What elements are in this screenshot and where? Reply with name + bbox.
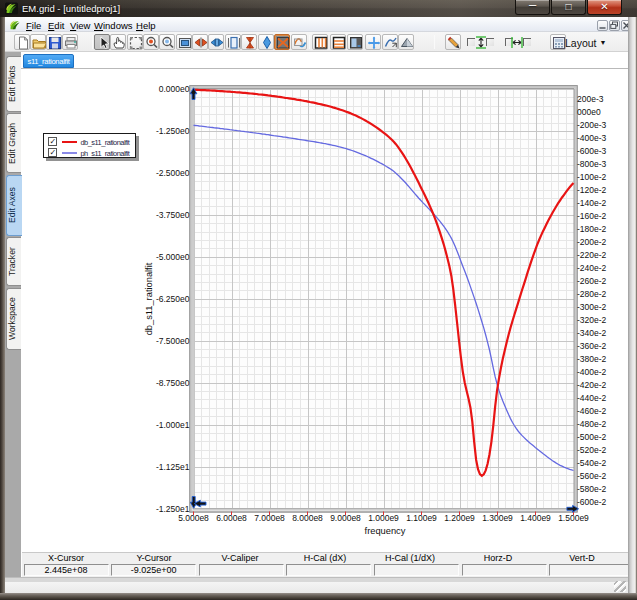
svg-text:7.000e8: 7.000e8 <box>254 513 285 523</box>
svg-text:-160e-2: -160e-2 <box>577 211 607 221</box>
svg-text:-380e-2: -380e-2 <box>577 354 607 364</box>
svg-text:-1.250e0: -1.250e0 <box>156 126 190 136</box>
svg-text:-460e-2: -460e-2 <box>577 406 607 416</box>
svg-text:-360e-2: -360e-2 <box>577 341 607 351</box>
svg-text:-180e-2: -180e-2 <box>577 224 607 234</box>
svg-text:-580e-2: -580e-2 <box>577 484 607 494</box>
svg-text:-260e-2: -260e-2 <box>577 276 607 286</box>
svg-text:-1.125e1: -1.125e1 <box>156 462 190 472</box>
svg-text:1.500e9: 1.500e9 <box>558 513 589 523</box>
svg-text:6.000e8: 6.000e8 <box>216 513 247 523</box>
svg-text:-240e-2: -240e-2 <box>577 263 607 273</box>
svg-text:1.000e9: 1.000e9 <box>368 513 399 523</box>
svg-text:-400e-3: -400e-3 <box>577 133 607 143</box>
svg-text:-300e-2: -300e-2 <box>577 302 607 312</box>
svg-text:8.000e8: 8.000e8 <box>292 513 323 523</box>
svg-text:-400e-2: -400e-2 <box>577 367 607 377</box>
svg-text:-200e-2: -200e-2 <box>577 237 607 247</box>
svg-text:1.300e9: 1.300e9 <box>482 513 513 523</box>
svg-text:-7.500e0: -7.500e0 <box>156 336 190 346</box>
svg-text:-280e-2: -280e-2 <box>577 289 607 299</box>
svg-text:-1.000e1: -1.000e1 <box>156 420 190 430</box>
svg-text:-320e-2: -320e-2 <box>577 315 607 325</box>
svg-text:-5.000e0: -5.000e0 <box>156 252 190 262</box>
svg-text:-520e-2: -520e-2 <box>577 445 607 455</box>
svg-text:-100e-2: -100e-2 <box>577 172 607 182</box>
svg-text:-8.750e0: -8.750e0 <box>156 378 190 388</box>
svg-text:-2.500e0: -2.500e0 <box>156 168 190 178</box>
svg-text:1.200e9: 1.200e9 <box>444 513 475 523</box>
svg-text:-3.750e0: -3.750e0 <box>156 210 190 220</box>
svg-text:-220e-2: -220e-2 <box>577 250 607 260</box>
svg-text:db_s11_rationalfit: db_s11_rationalfit <box>144 262 154 335</box>
svg-text:200e-3: 200e-3 <box>577 94 604 104</box>
svg-text:frequency: frequency <box>365 526 406 536</box>
svg-text:000e0: 000e0 <box>577 107 601 117</box>
svg-text:-120e-2: -120e-2 <box>577 185 607 195</box>
svg-text:-420e-2: -420e-2 <box>577 380 607 390</box>
svg-text:5.000e8: 5.000e8 <box>178 513 209 523</box>
svg-text:-6.250e0: -6.250e0 <box>156 294 190 304</box>
svg-text:-560e-2: -560e-2 <box>577 471 607 481</box>
svg-text:-340e-2: -340e-2 <box>577 328 607 338</box>
svg-text:-800e-3: -800e-3 <box>577 159 607 169</box>
svg-text:-440e-2: -440e-2 <box>577 393 607 403</box>
svg-text:-200e-3: -200e-3 <box>577 120 607 130</box>
svg-text:0.000e0: 0.000e0 <box>159 84 190 94</box>
svg-text:-600e-2: -600e-2 <box>577 497 607 507</box>
svg-text:1.100e9: 1.100e9 <box>406 513 437 523</box>
svg-text:-1.250e1: -1.250e1 <box>156 504 190 514</box>
svg-text:9.000e8: 9.000e8 <box>330 513 361 523</box>
svg-text:-140e-2: -140e-2 <box>577 198 607 208</box>
svg-text:-600e-3: -600e-3 <box>577 146 607 156</box>
svg-text:-540e-2: -540e-2 <box>577 458 607 468</box>
svg-text:1.400e9: 1.400e9 <box>520 513 551 523</box>
svg-text:-500e-2: -500e-2 <box>577 432 607 442</box>
svg-text:-480e-2: -480e-2 <box>577 419 607 429</box>
